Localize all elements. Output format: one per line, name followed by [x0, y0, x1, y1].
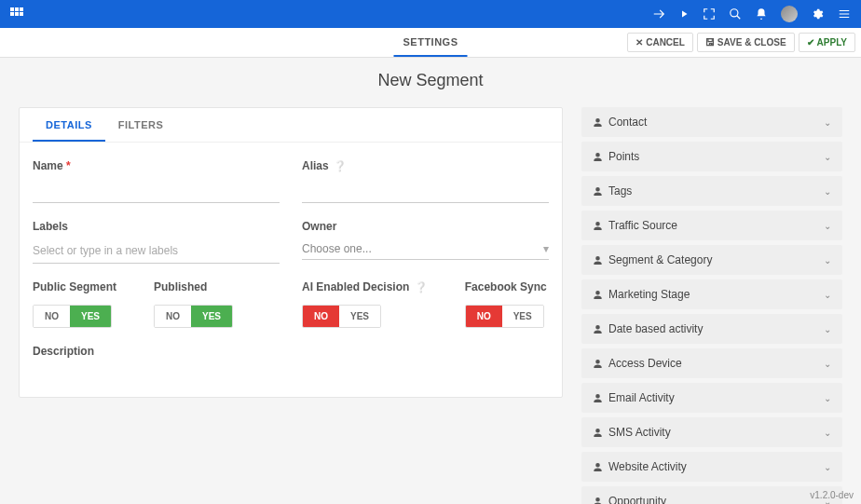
fb-label: Facebook Sync: [465, 280, 547, 293]
apply-button[interactable]: ✔APPLY: [799, 33, 855, 52]
accordion-item[interactable]: Marketing Stage⌄: [581, 279, 842, 309]
page-title: New Segment: [0, 58, 861, 107]
fb-yes[interactable]: YES: [502, 306, 543, 327]
alias-label: Alias ❔: [302, 159, 549, 172]
public-segment-yes[interactable]: YES: [70, 306, 111, 327]
chevron-down-icon: ⌄: [824, 152, 831, 162]
apps-grid-icon[interactable]: [9, 7, 24, 21]
gear-icon[interactable]: [811, 7, 824, 20]
accordion-label: Email Activity: [608, 391, 675, 404]
chevron-down-icon: ⌄: [824, 255, 831, 266]
subbar: SETTINGS ✕CANCEL 🖫SAVE & CLOSE ✔APPLY: [0, 28, 861, 58]
published-yes[interactable]: YES: [191, 306, 232, 327]
main-form-card: DETAILS FILTERS Name * Alias ❔ Labels: [19, 107, 563, 398]
help-icon[interactable]: ❔: [415, 281, 428, 293]
owner-label: Owner: [302, 220, 549, 233]
play-icon[interactable]: [678, 8, 690, 20]
person-icon: [593, 255, 603, 266]
accordion-label: Contact: [608, 116, 647, 129]
fb-no[interactable]: NO: [466, 306, 502, 327]
person-icon: [593, 497, 603, 505]
chevron-down-icon: ⌄: [824, 117, 831, 128]
version-label: v1.2.0-dev: [810, 490, 854, 500]
person-icon: [593, 393, 603, 403]
accordion-item[interactable]: Points⌄: [581, 142, 842, 171]
accordion-label: Access Device: [608, 357, 682, 370]
tab-details[interactable]: DETAILS: [33, 108, 105, 142]
chevron-down-icon: ⌄: [824, 221, 831, 231]
topbar: [0, 0, 861, 28]
chevron-down-icon: ⌄: [824, 290, 831, 300]
cancel-button[interactable]: ✕CANCEL: [627, 33, 693, 52]
bell-icon[interactable]: [755, 7, 768, 20]
avatar[interactable]: [781, 6, 798, 22]
accordion-item[interactable]: Opportunity⌄: [581, 486, 842, 504]
accordion-label: Tags: [608, 184, 632, 198]
search-icon[interactable]: [729, 7, 742, 20]
owner-placeholder: Choose one...: [302, 242, 372, 255]
svg-rect-0: [10, 7, 14, 11]
person-icon: [593, 324, 603, 334]
person-icon: [593, 117, 603, 128]
svg-point-6: [731, 9, 738, 17]
accordion-item[interactable]: Traffic Source⌄: [581, 211, 842, 240]
chevron-down-icon: ⌄: [824, 462, 831, 472]
public-segment-no[interactable]: NO: [34, 306, 70, 327]
tab-filters[interactable]: FILTERS: [105, 108, 177, 142]
chevron-down-icon: ▾: [543, 242, 549, 255]
public-segment-toggle[interactable]: NO YES: [33, 305, 112, 328]
ai-toggle[interactable]: NO YES: [302, 305, 381, 328]
public-segment-label: Public Segment: [33, 280, 116, 293]
person-icon: [593, 428, 603, 438]
name-label: Name *: [33, 159, 280, 172]
labels-label: Labels: [33, 220, 280, 233]
chevron-down-icon: ⌄: [824, 324, 831, 334]
accordion-label: SMS Activity: [608, 426, 671, 439]
save-icon: 🖫: [705, 37, 715, 48]
close-icon: ✕: [636, 37, 643, 48]
settings-tab[interactable]: SETTINGS: [393, 28, 467, 57]
accordion-item[interactable]: Website Activity⌄: [581, 452, 842, 482]
fullscreen-icon[interactable]: [703, 7, 716, 20]
person-icon: [593, 359, 603, 369]
labels-input[interactable]: [33, 238, 280, 264]
ai-no[interactable]: NO: [303, 306, 339, 327]
published-label: Published: [154, 280, 233, 293]
svg-rect-2: [20, 7, 23, 11]
accordion-label: Traffic Source: [608, 219, 677, 232]
alias-input[interactable]: [302, 178, 549, 203]
accordion-item[interactable]: SMS Activity⌄: [581, 417, 842, 447]
person-icon: [593, 152, 603, 162]
check-icon: ✔: [807, 37, 814, 48]
ai-yes[interactable]: YES: [339, 306, 380, 327]
accordion-item[interactable]: Contact⌄: [581, 107, 842, 137]
accordion-item[interactable]: Segment & Category⌄: [581, 245, 842, 275]
name-input[interactable]: [33, 178, 280, 203]
published-no[interactable]: NO: [155, 306, 191, 327]
owner-select[interactable]: Choose one... ▾: [302, 238, 549, 260]
accordion-label: Segment & Category: [608, 253, 712, 266]
menu-icon[interactable]: [837, 7, 852, 20]
accordion-item[interactable]: Date based activity⌄: [581, 314, 842, 344]
chevron-down-icon: ⌄: [824, 428, 831, 438]
accordion-label: Date based activity: [608, 322, 703, 335]
accordion-item[interactable]: Email Activity⌄: [581, 383, 842, 413]
chevron-down-icon: ⌄: [824, 393, 831, 403]
svg-rect-5: [20, 12, 23, 16]
sidebar-accordion: Contact⌄Points⌄Tags⌄Traffic Source⌄Segme…: [581, 107, 842, 504]
accordion-item[interactable]: Tags⌄: [581, 176, 842, 206]
accordion-label: Marketing Stage: [608, 288, 690, 301]
description-label: Description: [33, 345, 549, 358]
accordion-label: Opportunity: [608, 495, 666, 504]
published-toggle[interactable]: NO YES: [154, 305, 233, 328]
svg-rect-3: [10, 12, 14, 16]
svg-rect-4: [15, 12, 19, 16]
ai-label: AI Enabled Decision ❔: [302, 280, 428, 293]
fb-toggle[interactable]: NO YES: [465, 305, 544, 328]
accordion-label: Points: [608, 150, 639, 163]
help-icon[interactable]: ❔: [334, 160, 347, 171]
form-tabs: DETAILS FILTERS: [20, 108, 562, 143]
share-icon[interactable]: [652, 7, 665, 20]
accordion-item[interactable]: Access Device⌄: [581, 348, 842, 378]
save-close-button[interactable]: 🖫SAVE & CLOSE: [697, 33, 795, 52]
